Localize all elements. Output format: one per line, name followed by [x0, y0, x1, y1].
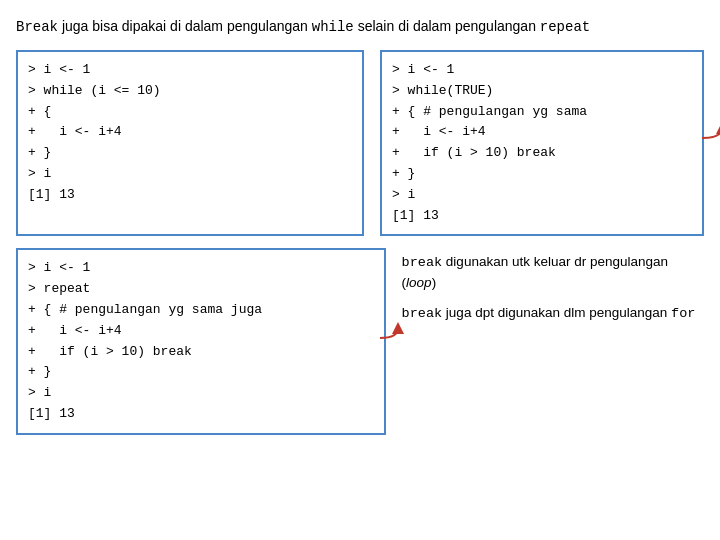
desc-text-2: juga dpt digunakan dlm pengulangan [442, 305, 671, 320]
desc-italic-loop: loop [406, 275, 432, 290]
intro-break-code: Break [16, 19, 58, 35]
bottom-line-8: [1] 13 [28, 404, 374, 425]
left-line-4: + i <- i+4 [28, 122, 352, 143]
left-line-5: + } [28, 143, 352, 164]
bottom-line-3: + { # pengulangan yg sama juga [28, 300, 374, 321]
left-code-box: > i <- 1 > while (i <= 10) + { + i <- i+… [16, 50, 364, 236]
left-line-3: + { [28, 102, 352, 123]
right-line-4: + i <- i+4 [392, 122, 692, 143]
desc-end-1: ) [432, 275, 437, 290]
desc-break-code-1: break [402, 255, 443, 270]
bottom-box-wrapper: > i <- 1 > repeat + { # pengulangan yg s… [16, 248, 386, 434]
bottom-line-1: > i <- 1 [28, 258, 374, 279]
left-line-2: > while (i <= 10) [28, 81, 352, 102]
right-line-8: [1] 13 [392, 206, 692, 227]
right-line-3: + { # pengulangan yg sama [392, 102, 692, 123]
right-line-5: + if (i > 10) break [392, 143, 692, 164]
desc-para-1: break digunakan utk keluar dr pengulanga… [402, 252, 704, 292]
intro-repeat-code: repeat [540, 19, 590, 35]
left-line-1: > i <- 1 [28, 60, 352, 81]
desc-break-code-2: break [402, 306, 443, 321]
right-line-7: > i [392, 185, 692, 206]
bottom-line-4: + i <- i+4 [28, 321, 374, 342]
intro-while-code: while [312, 19, 354, 35]
desc-text-1: digunakan utk keluar dr pengulangan ( [402, 254, 668, 290]
bottom-line-7: > i [28, 383, 374, 404]
right-code-box: > i <- 1 > while(TRUE) + { # pengulangan… [380, 50, 704, 236]
bottom-line-2: > repeat [28, 279, 374, 300]
intro-text-2: selain di dalam pengulangan [354, 18, 540, 34]
right-arrow-icon [702, 118, 720, 158]
intro-text-1: juga bisa dipakai di dalam pengulangan [58, 18, 312, 34]
bottom-line-6: + } [28, 362, 374, 383]
bottom-code-box: > i <- 1 > repeat + { # pengulangan yg s… [16, 248, 386, 434]
bottom-line-5: + if (i > 10) break [28, 342, 374, 363]
right-line-1: > i <- 1 [392, 60, 692, 81]
top-code-boxes-row: > i <- 1 > while (i <= 10) + { + i <- i+… [16, 50, 704, 236]
intro-paragraph: Break juga bisa dipakai di dalam pengula… [16, 16, 704, 38]
left-line-6: > i [28, 164, 352, 185]
bottom-row: > i <- 1 > repeat + { # pengulangan yg s… [16, 248, 704, 434]
right-box-wrapper: > i <- 1 > while(TRUE) + { # pengulangan… [380, 50, 704, 236]
right-line-2: > while(TRUE) [392, 81, 692, 102]
description-box: break digunakan utk keluar dr pengulanga… [402, 248, 704, 323]
left-line-7: [1] 13 [28, 185, 352, 206]
desc-para-2: break juga dpt digunakan dlm pengulangan… [402, 303, 704, 324]
bottom-arrow-icon [380, 320, 408, 355]
right-line-6: + } [392, 164, 692, 185]
desc-for-code: for [671, 306, 695, 321]
